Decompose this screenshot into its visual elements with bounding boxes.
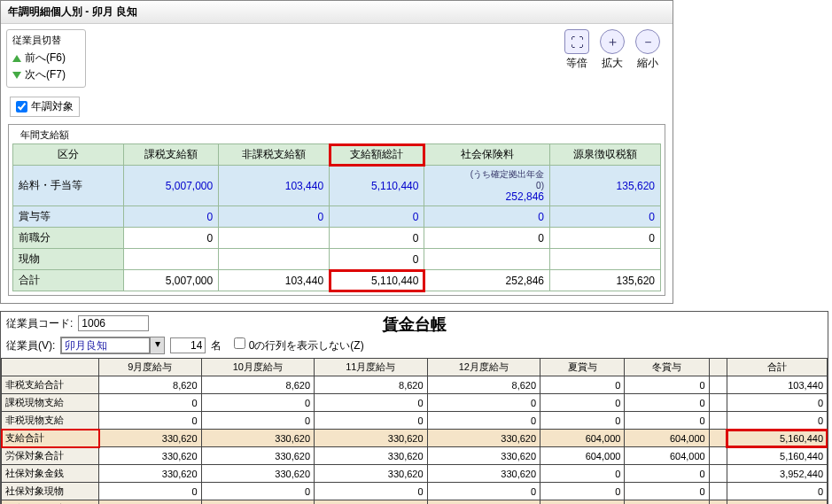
fit-label: 等倍: [564, 56, 589, 71]
count-input[interactable]: [170, 337, 206, 353]
cell: 0: [99, 412, 202, 430]
cell: 0: [625, 412, 709, 430]
row-label: 合計: [13, 270, 124, 291]
cell: 3,952,440: [727, 500, 827, 505]
row-label: 非税現物支給: [2, 412, 99, 430]
cell: 330,620: [315, 465, 428, 483]
emp-label: 従業員(V):: [6, 338, 55, 353]
row-label: 現物: [13, 249, 124, 270]
col-header: 合計: [727, 359, 827, 376]
cell: 0: [219, 206, 330, 228]
cell: 5,007,000: [123, 270, 218, 291]
cell: 330,620: [201, 465, 315, 483]
zoom-in-icon: ＋: [600, 29, 625, 54]
cell: 0: [540, 394, 625, 412]
cell: 330,620: [315, 500, 428, 505]
chevron-down-icon[interactable]: ▾: [150, 337, 164, 353]
cell: 330,620: [201, 447, 315, 465]
cell: 0: [540, 412, 625, 430]
prev-employee-button[interactable]: 前へ(F6): [12, 50, 80, 66]
ledger-scroll[interactable]: 9月度給与10月度給与11月度給与12月度給与夏賞与冬賞与合計 非税支給合計8,…: [1, 358, 828, 504]
row-label: 賞与等: [13, 206, 124, 228]
cell: [709, 376, 727, 394]
zoom-toolbar: ⛶ 等倍 ＋ 拡大 － 縮小: [564, 29, 667, 88]
fit-icon: ⛶: [564, 29, 589, 54]
emp-code-input[interactable]: [78, 315, 149, 331]
cell: [709, 465, 727, 483]
col-header: 夏賞与: [540, 359, 625, 376]
cell: 0: [625, 376, 709, 394]
cell: 8,620: [201, 376, 315, 394]
cell: 0: [625, 465, 709, 483]
cell: 0: [330, 228, 424, 249]
annual-pay-table: 区分課税支給額非課税支給額支給額総計社会保険料源泉徴収税額 給料・手当等5,00…: [12, 143, 661, 291]
hide-zero-label: 0の行列を表示しない(Z): [249, 339, 364, 352]
employee-combo[interactable]: ▾: [60, 337, 165, 354]
detail-panel: 年調明細個人別 - 卯月 良知 従業員切替 前へ(F6) 次へ(F7) ⛶ 等倍…: [0, 0, 673, 304]
year-adj-checkbox-input[interactable]: [16, 101, 27, 112]
zoom-out-button[interactable]: － 縮小: [635, 29, 660, 88]
next-employee-button[interactable]: 次へ(F7): [12, 66, 80, 83]
cell: [219, 249, 330, 270]
cell: [709, 412, 727, 430]
cell: 0: [99, 483, 202, 500]
cell: 0: [330, 206, 424, 228]
zoom-out-label: 縮小: [635, 56, 660, 71]
col-header: 区分: [13, 144, 124, 166]
cell: 0: [550, 228, 661, 249]
cell: 0: [201, 394, 315, 412]
col-header: 冬賞与: [625, 359, 709, 376]
cell: 0: [424, 228, 550, 249]
row-label: 社保対象金銭: [2, 465, 99, 483]
cell: 8,620: [427, 376, 540, 394]
cell: [709, 500, 727, 505]
hide-zero-checkbox-input[interactable]: [234, 337, 245, 349]
fit-button[interactable]: ⛶ 等倍: [564, 29, 589, 88]
cell: 0: [123, 206, 218, 228]
zoom-in-button[interactable]: ＋ 拡大: [600, 29, 625, 88]
col-header: 非課税支給額: [219, 144, 330, 166]
cell: 103,440: [727, 376, 827, 394]
cell: 330,620: [201, 430, 315, 447]
cell: 5,160,440: [727, 447, 827, 465]
cell: [219, 228, 330, 249]
cell: 330,620: [99, 465, 202, 483]
zoom-out-icon: －: [635, 29, 660, 54]
cell: 3,952,440: [727, 465, 827, 483]
cell: [709, 394, 727, 412]
emp-code-label: 従業員コード:: [6, 316, 73, 331]
arrow-up-icon: [12, 55, 21, 62]
row-label: 課税現物支給: [2, 394, 99, 412]
col-header: 源泉徴収税額: [550, 144, 661, 166]
cell: 0: [540, 483, 625, 500]
cell: 330,620: [315, 430, 428, 447]
col-header: [709, 359, 727, 376]
cell: 330,620: [315, 447, 428, 465]
wage-ledger-panel: 賃金台帳 従業員コード: 従業員(V): ▾ 名 0の行列を表示しない(Z) 9…: [0, 311, 828, 504]
cell: [424, 249, 550, 270]
cell: 330,620: [427, 447, 540, 465]
row-label: 固定賃金合計: [2, 500, 99, 505]
row-label: 支給合計: [2, 430, 99, 447]
fieldset-title: 年間支給額: [18, 128, 72, 142]
year-adj-checkbox[interactable]: 年調対象: [10, 97, 80, 117]
arrow-down-icon: [12, 72, 21, 79]
cell: 5,160,440: [727, 430, 827, 447]
cell: 5,110,440: [330, 270, 424, 291]
cell: 0: [427, 483, 540, 500]
cell: 8,620: [315, 376, 428, 394]
cell: 135,620: [550, 270, 661, 291]
cell: 0: [330, 249, 424, 270]
employee-combo-input[interactable]: [61, 337, 150, 353]
cell: 0: [540, 500, 625, 505]
cell: 0: [625, 483, 709, 500]
cell: 103,440: [219, 166, 330, 206]
hide-zero-checkbox[interactable]: 0の行列を表示しない(Z): [234, 337, 363, 353]
cell: 604,000: [625, 447, 709, 465]
cell: 0: [315, 483, 428, 500]
cell: 330,620: [201, 500, 315, 505]
panel-title: 年調明細個人別 - 卯月 良知: [1, 1, 673, 24]
cell: 5,110,440: [330, 166, 424, 206]
employee-switch-header: 従業員切替: [12, 34, 80, 47]
cell: 604,000: [540, 447, 625, 465]
